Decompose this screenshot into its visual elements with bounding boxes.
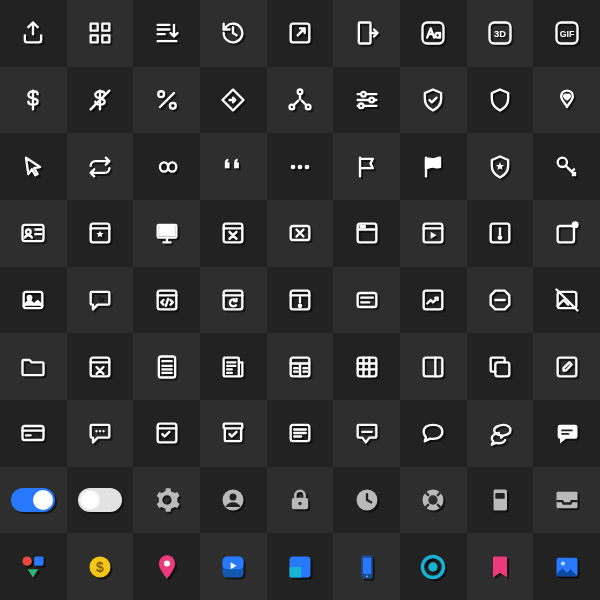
badge-gif-icon: GIF xyxy=(553,19,581,47)
checklist-icon xyxy=(153,419,181,447)
svg-point-32 xyxy=(360,226,362,228)
calculator-icon xyxy=(153,353,181,381)
svg-rect-3 xyxy=(102,36,109,43)
font-case-icon xyxy=(419,19,447,47)
svg-rect-2 xyxy=(91,36,98,43)
svg-rect-73 xyxy=(493,489,507,510)
window-warn-icon xyxy=(286,286,314,314)
bookmark-icon xyxy=(486,553,514,581)
svg-text:$: $ xyxy=(96,558,104,574)
svg-point-58 xyxy=(99,430,101,432)
list-panel-icon xyxy=(286,419,314,447)
chat-bubbles-icon xyxy=(486,419,514,447)
svg-rect-61 xyxy=(224,424,243,429)
coin-dollar-icon: $ xyxy=(86,553,114,581)
play-app-icon xyxy=(219,553,247,581)
svg-rect-63 xyxy=(561,430,573,432)
id-card-icon xyxy=(19,219,47,247)
svg-rect-37 xyxy=(557,226,573,242)
target-icon xyxy=(419,553,447,581)
image-off-icon xyxy=(553,286,581,314)
toggle-off-icon[interactable] xyxy=(78,488,122,512)
history-reload-icon xyxy=(219,19,247,47)
svg-point-18 xyxy=(369,98,374,103)
svg-point-21 xyxy=(298,164,303,169)
folder-icon xyxy=(19,353,47,381)
svg-point-17 xyxy=(361,92,366,97)
inbox-icon xyxy=(553,486,581,514)
browser-refresh-icon xyxy=(219,286,247,314)
svg-point-79 xyxy=(164,560,170,566)
table-icon xyxy=(353,353,381,381)
credit-card-icon xyxy=(19,419,47,447)
photo-icon xyxy=(553,553,581,581)
svg-point-75 xyxy=(23,556,32,565)
chart-up-icon xyxy=(419,286,447,314)
svg-text:3D: 3D xyxy=(494,29,506,39)
video-play-icon xyxy=(419,219,447,247)
quote-icon xyxy=(219,153,247,181)
svg-rect-54 xyxy=(495,362,509,376)
code-window-icon xyxy=(153,286,181,314)
open-external-icon xyxy=(286,19,314,47)
repeat-icon xyxy=(86,153,114,181)
svg-point-44 xyxy=(299,305,301,307)
svg-rect-52 xyxy=(357,357,376,376)
stop-octagon-icon xyxy=(486,286,514,314)
chat-bubble-icon xyxy=(419,419,447,447)
sliders-icon xyxy=(353,86,381,114)
phone-icon xyxy=(353,553,381,581)
logout-door-icon xyxy=(353,19,381,47)
flag-icon xyxy=(353,153,381,181)
shapes-icon xyxy=(19,553,47,581)
copy-icon xyxy=(486,353,514,381)
svg-rect-85 xyxy=(363,557,371,573)
svg-point-19 xyxy=(358,103,363,108)
svg-rect-34 xyxy=(424,224,443,243)
svg-point-65 xyxy=(164,497,169,502)
svg-point-25 xyxy=(26,230,31,235)
svg-rect-64 xyxy=(561,433,569,435)
square-dot-icon xyxy=(553,219,581,247)
ellipsis-icon xyxy=(286,153,314,181)
svg-rect-48 xyxy=(91,357,110,376)
svg-point-57 xyxy=(95,430,97,432)
monitor-icon xyxy=(153,219,181,247)
toggle-on-icon[interactable] xyxy=(11,488,55,512)
svg-rect-1 xyxy=(102,24,109,31)
svg-point-72 xyxy=(429,495,438,504)
user-circle-icon xyxy=(219,486,247,514)
svg-rect-74 xyxy=(495,493,504,499)
calc-window-icon xyxy=(86,353,114,381)
life-ring-icon xyxy=(419,486,447,514)
svg-rect-56 xyxy=(23,426,44,440)
svg-rect-46 xyxy=(424,291,443,310)
svg-rect-45 xyxy=(357,293,376,307)
shield-icon xyxy=(486,86,514,114)
svg-text:GIF: GIF xyxy=(559,29,574,39)
chat-dots-sq-icon xyxy=(86,419,114,447)
svg-point-20 xyxy=(291,164,296,169)
svg-rect-29 xyxy=(224,224,243,243)
share-nodes-icon xyxy=(286,86,314,114)
panel-text-icon xyxy=(353,286,381,314)
diamond-turn-icon xyxy=(219,86,247,114)
newspaper-icon xyxy=(219,353,247,381)
svg-rect-5 xyxy=(358,23,370,44)
svg-rect-53 xyxy=(424,357,443,376)
svg-point-38 xyxy=(571,222,578,229)
svg-point-69 xyxy=(298,502,302,506)
key-icon xyxy=(553,153,581,181)
chat-star-icon xyxy=(86,286,114,314)
chat-fill-icon xyxy=(553,419,581,447)
archive-check-icon xyxy=(219,419,247,447)
download-list-icon xyxy=(153,19,181,47)
panel-split-icon xyxy=(286,353,314,381)
svg-rect-83 xyxy=(289,567,301,578)
rect-x-icon xyxy=(286,219,314,247)
flag-wave-icon xyxy=(419,153,447,181)
svg-point-12 xyxy=(158,91,164,97)
svg-rect-0 xyxy=(91,24,98,31)
pin-icon xyxy=(153,553,181,581)
svg-point-88 xyxy=(429,562,438,571)
